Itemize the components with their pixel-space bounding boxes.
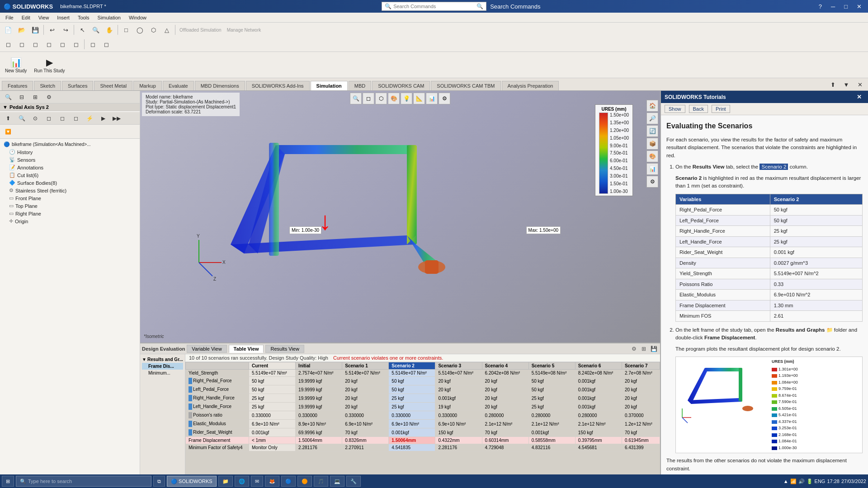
vp-rt-b6[interactable]: 📊: [646, 163, 658, 175]
toolbar-r2-b4[interactable]: ◻: [42, 38, 55, 50]
th-scenario6[interactable]: Scenario 6: [575, 362, 622, 370]
menu-simulation[interactable]: Simulation: [94, 14, 124, 21]
help-icon[interactable]: ?: [816, 2, 825, 11]
tree-tb2-more[interactable]: ▶▶: [110, 113, 123, 124]
new-study-button[interactable]: 📊 New Study: [2, 56, 30, 75]
toolbar-r2-b6[interactable]: ◻: [70, 38, 82, 50]
vp-rt-b4[interactable]: 📦: [646, 138, 658, 150]
tree-annotations[interactable]: 📝 Annotations: [2, 164, 138, 171]
vp-rt-b3[interactable]: 🔄: [646, 125, 658, 137]
tab-markup[interactable]: Markup: [133, 81, 162, 90]
taskbar-explorer[interactable]: 📁: [218, 476, 233, 487]
tutorial-back-btn[interactable]: Back: [689, 105, 708, 113]
vp-tb-b7[interactable]: 📊: [426, 93, 438, 104]
tab-results-view[interactable]: Results View: [265, 345, 304, 353]
menu-insert[interactable]: Insert: [53, 14, 73, 21]
toolbar-r2-b7[interactable]: ◻: [86, 38, 99, 50]
tab-table-view[interactable]: Table View: [229, 345, 264, 353]
tutorial-show-btn[interactable]: Show: [665, 105, 685, 113]
tutorial-close-btn[interactable]: ✕: [854, 93, 864, 101]
taskbar-app4[interactable]: 🔧: [346, 476, 361, 487]
slider-left-handle[interactable]: [189, 404, 192, 410]
taskbar-app1[interactable]: 🟠: [297, 476, 312, 487]
taskbar-search-bar[interactable]: 🔍: [16, 476, 151, 487]
filter-icon[interactable]: 🔽: [2, 126, 14, 137]
toolbar-undo[interactable]: ↩: [46, 24, 58, 36]
tree-tb2-b1[interactable]: ⬆: [2, 113, 14, 124]
vp-tb-b3[interactable]: ⬡: [375, 93, 387, 104]
tab-cam[interactable]: SOLIDWORKS CAM: [372, 81, 430, 90]
toolbar-open[interactable]: 📂: [15, 24, 28, 36]
menu-view[interactable]: View: [35, 14, 53, 21]
tab-cam-tbm[interactable]: SOLIDWORKS CAM TBM: [431, 81, 500, 90]
tree-expand-btn[interactable]: ⊞: [29, 91, 42, 103]
menu-file[interactable]: File: [2, 14, 17, 21]
toolbar-pan[interactable]: ✋: [103, 24, 116, 36]
vp-tb-b6[interactable]: 📐: [413, 93, 425, 104]
tree-tb2-b4[interactable]: ◻: [42, 113, 55, 124]
tree-root-item[interactable]: 🔵 bikeframe (Simulation<As Machined>...: [2, 141, 138, 148]
toolbar-b2[interactable]: ◯: [133, 24, 146, 36]
toolbar-b4[interactable]: △: [160, 24, 173, 36]
de-frame-dis[interactable]: Frame Dis...: [142, 363, 183, 370]
toolbar-r2-b5[interactable]: ◻: [56, 38, 69, 50]
taskbar-task-view[interactable]: ⧉: [153, 476, 165, 487]
vp-tb-b8[interactable]: ⚙: [439, 93, 450, 104]
menu-tools[interactable]: Tools: [74, 14, 93, 21]
tree-surface-bodies[interactable]: 🔷 Surface Bodies(8): [2, 179, 138, 187]
toolbar-zoom[interactable]: 🔍: [90, 24, 102, 36]
toolbar-r2-b8[interactable]: ◻: [100, 38, 113, 50]
taskbar-edge[interactable]: 🌐: [235, 476, 249, 487]
tab-sketch[interactable]: Sketch: [34, 81, 61, 90]
tutorial-print-btn[interactable]: Print: [712, 105, 730, 113]
toolbar-redo[interactable]: ↪: [59, 24, 72, 36]
tree-history[interactable]: 🕐 History: [2, 148, 138, 156]
toolbar-r2-b3[interactable]: ◻: [29, 38, 42, 50]
th-scenario2[interactable]: Scenario 2: [389, 362, 435, 370]
taskbar-app2[interactable]: 🎵: [314, 476, 328, 487]
taskbar-mail[interactable]: ✉: [251, 476, 263, 487]
tree-filter-btn[interactable]: 🔍: [2, 91, 14, 103]
tab-evaluate[interactable]: Evaluate: [163, 81, 194, 90]
de-minimum[interactable]: Minimum...: [142, 370, 183, 376]
slider-elastic[interactable]: [189, 421, 192, 427]
minimize-btn[interactable]: ─: [828, 2, 838, 11]
tree-right-plane[interactable]: ▭ Right Plane: [2, 210, 138, 217]
toolbar-b3[interactable]: ⬡: [147, 24, 160, 36]
vp-rt-b2[interactable]: 🔎: [646, 113, 658, 124]
tree-material[interactable]: ⚙ Stainless Steel (ferritic): [2, 187, 138, 194]
taskbar-chrome[interactable]: 🔵: [281, 476, 296, 487]
tree-tb2-b6[interactable]: ◻: [70, 113, 82, 124]
tab-simulation[interactable]: Simulation: [311, 81, 348, 90]
tab-analysis-prep[interactable]: Analysis Preparation: [502, 81, 559, 90]
th-scenario7[interactable]: Scenario 7: [622, 362, 660, 370]
tab-mbd-dim[interactable]: MBD Dimensions: [195, 81, 245, 90]
taskbar-app3[interactable]: 💻: [330, 476, 344, 487]
tree-tb2-b8[interactable]: ▶: [97, 113, 109, 124]
slider-rider-seat[interactable]: [189, 429, 192, 436]
tree-tb2-b3[interactable]: ⊙: [29, 113, 42, 124]
toolbar-save[interactable]: 💾: [29, 24, 42, 36]
tray-up-icon[interactable]: ▲: [783, 479, 788, 484]
slider-right-pedal[interactable]: [189, 378, 192, 384]
taskbar-solidworks[interactable]: 🔵 SOLIDWORKS: [167, 476, 217, 487]
tab-surfaces[interactable]: Surfaces: [62, 81, 93, 90]
search-bar[interactable]: 🔍 🔍: [382, 2, 486, 11]
maximize-btn[interactable]: □: [841, 2, 850, 11]
th-current[interactable]: Current: [249, 362, 296, 370]
th-scenario4[interactable]: Scenario 4: [482, 362, 528, 370]
slider-right-handle[interactable]: [189, 395, 192, 401]
tree-top-plane[interactable]: ▭ Top Plane: [2, 202, 138, 210]
tab-addins[interactable]: SOLIDWORKS Add-Ins: [246, 81, 310, 90]
tab-mbd[interactable]: MBD: [349, 81, 371, 90]
tab-features[interactable]: Features: [2, 81, 33, 90]
toolbar-select[interactable]: ↖: [76, 24, 89, 36]
toolbar-r2-b1[interactable]: ◻: [2, 38, 14, 50]
toolbar-r2-b2[interactable]: ◻: [15, 38, 28, 50]
vp-tb-b5[interactable]: 💡: [401, 93, 412, 104]
tree-sensors[interactable]: 📡 Sensors: [2, 156, 138, 164]
run-study-button[interactable]: ▶ Run This Study: [31, 56, 68, 75]
tree-root-collapse[interactable]: ▼: [3, 104, 8, 110]
start-button[interactable]: ⊞: [2, 476, 14, 487]
menu-window[interactable]: Window: [125, 14, 150, 21]
